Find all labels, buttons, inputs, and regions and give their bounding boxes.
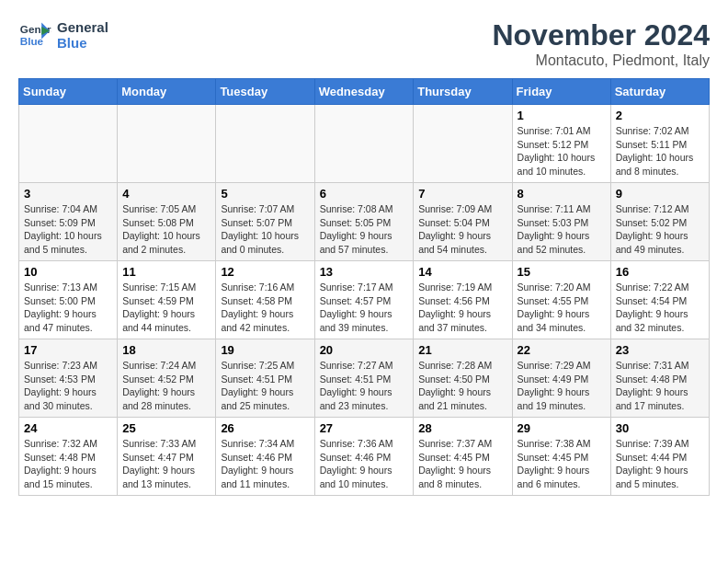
day-number: 17 <box>24 343 112 357</box>
calendar-cell <box>414 105 512 183</box>
day-info: Sunrise: 7:25 AM Sunset: 4:51 PM Dayligh… <box>221 359 309 413</box>
day-number: 20 <box>320 343 409 357</box>
day-info: Sunrise: 7:19 AM Sunset: 4:56 PM Dayligh… <box>418 281 506 335</box>
day-info: Sunrise: 7:15 AM Sunset: 4:59 PM Dayligh… <box>122 281 210 335</box>
calendar-cell: 1Sunrise: 7:01 AM Sunset: 5:12 PM Daylig… <box>512 105 610 183</box>
day-number: 6 <box>320 187 409 201</box>
calendar-cell: 9Sunrise: 7:12 AM Sunset: 5:02 PM Daylig… <box>610 183 709 261</box>
calendar-cell: 6Sunrise: 7:08 AM Sunset: 5:05 PM Daylig… <box>314 183 414 261</box>
calendar-cell: 29Sunrise: 7:38 AM Sunset: 4:45 PM Dayli… <box>512 418 610 496</box>
calendar-table: Sunday Monday Tuesday Wednesday Thursday… <box>18 78 710 496</box>
calendar-cell: 19Sunrise: 7:25 AM Sunset: 4:51 PM Dayli… <box>216 339 314 418</box>
day-number: 12 <box>221 265 309 279</box>
calendar-cell <box>118 105 216 183</box>
calendar-cell: 23Sunrise: 7:31 AM Sunset: 4:48 PM Dayli… <box>610 339 709 418</box>
calendar-week-5: 24Sunrise: 7:32 AM Sunset: 4:48 PM Dayli… <box>19 418 710 496</box>
calendar-cell: 25Sunrise: 7:33 AM Sunset: 4:47 PM Dayli… <box>118 418 216 496</box>
calendar-cell: 10Sunrise: 7:13 AM Sunset: 5:00 PM Dayli… <box>19 261 118 339</box>
calendar-cell: 20Sunrise: 7:27 AM Sunset: 4:51 PM Dayli… <box>314 339 414 418</box>
day-info: Sunrise: 7:36 AM Sunset: 4:46 PM Dayligh… <box>320 437 409 491</box>
calendar-cell: 2Sunrise: 7:02 AM Sunset: 5:11 PM Daylig… <box>610 105 709 183</box>
day-info: Sunrise: 7:31 AM Sunset: 4:48 PM Dayligh… <box>616 359 704 413</box>
calendar-cell: 24Sunrise: 7:32 AM Sunset: 4:48 PM Dayli… <box>19 418 118 496</box>
day-number: 4 <box>122 187 210 201</box>
calendar-cell <box>216 105 314 183</box>
calendar-cell: 27Sunrise: 7:36 AM Sunset: 4:46 PM Dayli… <box>314 418 414 496</box>
day-number: 13 <box>320 265 409 279</box>
svg-text:Blue: Blue <box>20 35 44 47</box>
calendar-cell: 16Sunrise: 7:22 AM Sunset: 4:54 PM Dayli… <box>610 261 709 339</box>
calendar-cell: 26Sunrise: 7:34 AM Sunset: 4:46 PM Dayli… <box>216 418 314 496</box>
calendar-week-1: 1Sunrise: 7:01 AM Sunset: 5:12 PM Daylig… <box>19 105 710 183</box>
day-info: Sunrise: 7:27 AM Sunset: 4:51 PM Dayligh… <box>320 359 409 413</box>
day-info: Sunrise: 7:28 AM Sunset: 4:50 PM Dayligh… <box>418 359 506 413</box>
day-info: Sunrise: 7:02 AM Sunset: 5:11 PM Dayligh… <box>616 124 704 178</box>
day-number: 24 <box>24 421 112 435</box>
day-info: Sunrise: 7:13 AM Sunset: 5:00 PM Dayligh… <box>24 281 112 335</box>
day-info: Sunrise: 7:33 AM Sunset: 4:47 PM Dayligh… <box>122 437 210 491</box>
calendar-cell <box>19 105 118 183</box>
page-header: General Blue General Blue November 2024 … <box>18 18 710 69</box>
day-number: 28 <box>418 421 506 435</box>
calendar-cell: 22Sunrise: 7:29 AM Sunset: 4:49 PM Dayli… <box>512 339 610 418</box>
day-number: 26 <box>221 421 309 435</box>
day-number: 7 <box>418 187 506 201</box>
title-area: November 2024 Montacuto, Piedmont, Italy <box>492 18 710 69</box>
day-info: Sunrise: 7:05 AM Sunset: 5:08 PM Dayligh… <box>122 202 210 257</box>
calendar-cell: 5Sunrise: 7:07 AM Sunset: 5:07 PM Daylig… <box>216 183 314 261</box>
day-number: 22 <box>518 343 606 357</box>
day-number: 9 <box>616 187 704 201</box>
day-info: Sunrise: 7:24 AM Sunset: 4:52 PM Dayligh… <box>122 359 210 413</box>
calendar-cell: 8Sunrise: 7:11 AM Sunset: 5:03 PM Daylig… <box>512 183 610 261</box>
day-number: 2 <box>616 109 704 122</box>
day-info: Sunrise: 7:04 AM Sunset: 5:09 PM Dayligh… <box>24 202 112 257</box>
header-monday: Monday <box>118 79 216 105</box>
calendar-cell: 3Sunrise: 7:04 AM Sunset: 5:09 PM Daylig… <box>19 183 118 261</box>
day-info: Sunrise: 7:23 AM Sunset: 4:53 PM Dayligh… <box>24 359 112 413</box>
header-tuesday: Tuesday <box>216 79 314 105</box>
calendar-cell: 18Sunrise: 7:24 AM Sunset: 4:52 PM Dayli… <box>118 339 216 418</box>
day-number: 27 <box>320 421 409 435</box>
day-info: Sunrise: 7:01 AM Sunset: 5:12 PM Dayligh… <box>518 124 606 178</box>
day-number: 18 <box>122 343 210 357</box>
header-sunday: Sunday <box>19 79 118 105</box>
day-number: 19 <box>221 343 309 357</box>
header-wednesday: Wednesday <box>314 79 414 105</box>
calendar-week-3: 10Sunrise: 7:13 AM Sunset: 5:00 PM Dayli… <box>19 261 710 339</box>
day-number: 21 <box>418 343 506 357</box>
day-info: Sunrise: 7:08 AM Sunset: 5:05 PM Dayligh… <box>320 202 409 257</box>
day-info: Sunrise: 7:20 AM Sunset: 4:55 PM Dayligh… <box>518 281 606 335</box>
day-info: Sunrise: 7:22 AM Sunset: 4:54 PM Dayligh… <box>616 281 704 335</box>
day-number: 29 <box>518 421 606 435</box>
day-info: Sunrise: 7:07 AM Sunset: 5:07 PM Dayligh… <box>221 202 309 257</box>
day-info: Sunrise: 7:34 AM Sunset: 4:46 PM Dayligh… <box>221 437 309 491</box>
day-info: Sunrise: 7:12 AM Sunset: 5:02 PM Dayligh… <box>616 202 704 257</box>
calendar-header-row: Sunday Monday Tuesday Wednesday Thursday… <box>19 79 710 105</box>
day-info: Sunrise: 7:17 AM Sunset: 4:57 PM Dayligh… <box>320 281 409 335</box>
header-friday: Friday <box>512 79 610 105</box>
day-number: 11 <box>122 265 210 279</box>
logo-icon: General Blue <box>18 18 51 52</box>
day-number: 3 <box>24 187 112 201</box>
day-number: 10 <box>24 265 112 279</box>
day-number: 15 <box>518 265 606 279</box>
logo: General Blue General Blue <box>18 18 108 52</box>
month-title: November 2024 <box>492 18 710 52</box>
calendar-cell: 13Sunrise: 7:17 AM Sunset: 4:57 PM Dayli… <box>314 261 414 339</box>
calendar-cell <box>314 105 414 183</box>
day-info: Sunrise: 7:16 AM Sunset: 4:58 PM Dayligh… <box>221 281 309 335</box>
day-info: Sunrise: 7:32 AM Sunset: 4:48 PM Dayligh… <box>24 437 112 491</box>
day-info: Sunrise: 7:38 AM Sunset: 4:45 PM Dayligh… <box>518 437 606 491</box>
day-info: Sunrise: 7:37 AM Sunset: 4:45 PM Dayligh… <box>418 437 506 491</box>
logo-line1: General <box>57 19 108 35</box>
day-number: 8 <box>518 187 606 201</box>
day-number: 23 <box>616 343 704 357</box>
day-number: 1 <box>518 109 606 122</box>
calendar-cell: 15Sunrise: 7:20 AM Sunset: 4:55 PM Dayli… <box>512 261 610 339</box>
calendar-cell: 12Sunrise: 7:16 AM Sunset: 4:58 PM Dayli… <box>216 261 314 339</box>
calendar-cell: 4Sunrise: 7:05 AM Sunset: 5:08 PM Daylig… <box>118 183 216 261</box>
logo-line2: Blue <box>57 35 108 51</box>
day-info: Sunrise: 7:09 AM Sunset: 5:04 PM Dayligh… <box>418 202 506 257</box>
calendar-cell: 17Sunrise: 7:23 AM Sunset: 4:53 PM Dayli… <box>19 339 118 418</box>
day-number: 14 <box>418 265 506 279</box>
